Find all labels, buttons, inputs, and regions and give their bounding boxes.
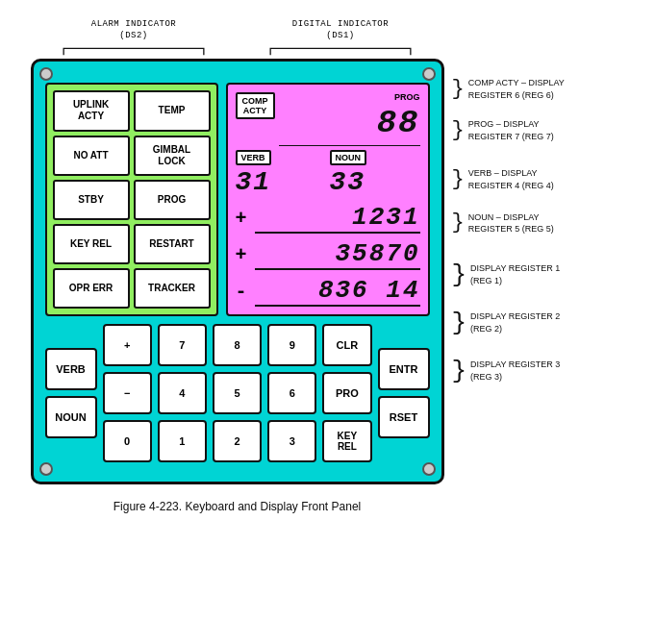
annotation-verb: } VERB – DISPLAYREGISTER 4 (REG 4) [452, 167, 625, 191]
reg2-digits: 35870 [255, 239, 420, 270]
annotation-text-1: COMP ACTY – DISPLAYREGISTER 6 (REG 6) [468, 77, 565, 101]
reg3-row: - 836 14 [236, 276, 420, 307]
keyboard-section: VERB NOUN + 7 8 9 CLR − 4 5 6 PRO 0 1 [45, 324, 430, 462]
annotation-prog: } PROG – DISPLAYREGISTER 7 (REG 7) [452, 118, 625, 142]
reg3-digits: 836 14 [255, 276, 420, 307]
alarm-btn-no-att[interactable]: NO ATT [53, 136, 130, 176]
digital-indicator-label: DIGITAL INDICATOR [254, 19, 427, 31]
annotation-text-5: DISPLAY REGISTER 1(REG 1) [470, 262, 560, 286]
verb-label: VERB [236, 150, 271, 165]
reg1-digits: 1231 [255, 203, 420, 234]
main-key-grid: + 7 8 9 CLR − 4 5 6 PRO 0 1 2 3 KEYREL [103, 324, 372, 462]
annotation-bracket-5: } [452, 262, 467, 287]
reg1-sign: + [236, 208, 251, 230]
alarm-ds-label: (DS2) [47, 31, 220, 42]
figure-caption: Figure 4-223. Keyboard and Display Front… [113, 500, 361, 513]
comp-acty-label: COMPACTY [236, 92, 275, 119]
annotation-comp-acty: } COMP ACTY – DISPLAYREGISTER 6 (REG 6) [452, 77, 625, 101]
right-key-column: ENTR RSET [378, 348, 430, 438]
key-4[interactable]: 4 [158, 372, 207, 414]
pro-key[interactable]: PRO [322, 372, 371, 414]
key-8[interactable]: 8 [213, 324, 262, 366]
alarm-btn-opr-err[interactable]: OPR ERR [53, 268, 130, 309]
screw-top-right [422, 67, 436, 81]
annotation-bracket-2: } [452, 120, 465, 141]
noun-digits: 33 [330, 167, 420, 197]
verb-key[interactable]: VERB [45, 348, 97, 390]
annotation-bracket-3: } [452, 169, 465, 190]
verb-block: VERB 31 [236, 150, 326, 197]
diagram-area: ALARM INDICATOR (DS2) DIGITAL INDICATOR … [0, 19, 655, 513]
annotation-reg2: } DISPLAY REGISTER 2(REG 2) [452, 310, 625, 335]
rset-key[interactable]: RSET [378, 396, 430, 438]
left-key-column: VERB NOUN [45, 348, 97, 438]
annotation-bracket-4: } [452, 212, 465, 234]
alarm-btn-stby[interactable]: STBY [53, 180, 130, 220]
key-2[interactable]: 2 [213, 420, 262, 462]
reg2-row: + 35870 [236, 239, 420, 270]
key-7[interactable]: 7 [158, 324, 207, 366]
reg3-sign: - [236, 281, 251, 303]
key-6[interactable]: 6 [267, 372, 316, 414]
entr-key[interactable]: ENTR [378, 348, 430, 390]
prog-label: PROG [394, 92, 420, 102]
annotation-text-3: VERB – DISPLAYREGISTER 4 (REG 4) [468, 167, 554, 191]
minus-key[interactable]: − [103, 372, 152, 414]
alarm-btn-prog[interactable]: PROG [134, 180, 211, 220]
top-section: UPLINKACTY TEMP NO ATT GIMBALLOCK STBY P… [45, 83, 430, 316]
key-rel-key[interactable]: KEYREL [322, 420, 371, 462]
key-9[interactable]: 9 [267, 324, 316, 366]
screw-top-left [39, 67, 53, 81]
main-panel: UPLINKACTY TEMP NO ATT GIMBALLOCK STBY P… [31, 59, 444, 484]
annotation-noun: } NOUN – DISPLAYREGISTER 5 (REG 5) [452, 211, 625, 235]
annotation-text-7: DISPLAY REGISTER 3(REG 3) [470, 359, 560, 383]
annotation-bracket-6: } [452, 310, 467, 335]
annotation-reg3: } DISPLAY REGISTER 3(REG 3) [452, 359, 625, 384]
plus-key[interactable]: + [103, 324, 152, 366]
digital-ds-label: (DS1) [254, 31, 427, 42]
verb-noun-row: VERB 31 NOUN 33 [236, 150, 420, 197]
right-annotations: } COMP ACTY – DISPLAYREGISTER 6 (REG 6) … [452, 48, 625, 397]
key-1[interactable]: 1 [158, 420, 207, 462]
noun-block: NOUN 33 [330, 150, 420, 197]
annotation-reg1: } DISPLAY REGISTER 1(REG 1) [452, 262, 625, 287]
annotation-text-6: DISPLAY REGISTER 2(REG 2) [470, 310, 560, 334]
annotation-bracket-1: } [452, 79, 465, 100]
alarm-btn-restart[interactable]: RESTART [134, 224, 211, 264]
reg1-row: + 1231 [236, 203, 420, 234]
comp-digits: 88 [279, 102, 420, 146]
annotation-text-2: PROG – DISPLAYREGISTER 7 (REG 7) [468, 118, 554, 142]
alarm-btn-gimbal-lock[interactable]: GIMBALLOCK [134, 136, 211, 176]
digital-panel: COMPACTY PROG 88 VERB 31 NOUN [226, 83, 430, 316]
alarm-bracket [47, 45, 220, 57]
screw-bottom-right [422, 462, 436, 476]
noun-key[interactable]: NOUN [45, 396, 97, 438]
reg2-sign: + [236, 244, 251, 266]
main-panel-wrapper: ALARM INDICATOR (DS2) DIGITAL INDICATOR … [31, 19, 444, 513]
screw-bottom-left [39, 462, 53, 476]
labels-above: ALARM INDICATOR (DS2) DIGITAL INDICATOR … [31, 19, 444, 41]
key-0[interactable]: 0 [103, 420, 152, 462]
annotation-text-4: NOUN – DISPLAYREGISTER 5 (REG 5) [468, 211, 554, 235]
verb-digits: 31 [236, 167, 326, 197]
key-3[interactable]: 3 [267, 420, 316, 462]
alarm-btn-key-rel[interactable]: KEY REL [53, 224, 130, 264]
alarm-btn-uplink-acty[interactable]: UPLINKACTY [53, 90, 130, 131]
clr-key[interactable]: CLR [322, 324, 371, 366]
alarm-panel: UPLINKACTY TEMP NO ATT GIMBALLOCK STBY P… [45, 83, 218, 316]
alarm-btn-temp[interactable]: TEMP [134, 90, 211, 131]
alarm-indicator-label: ALARM INDICATOR [47, 19, 220, 31]
noun-label: NOUN [330, 150, 367, 165]
digital-bracket [254, 45, 427, 57]
alarm-btn-tracker[interactable]: TRACKER [134, 268, 211, 309]
brackets-above [31, 45, 444, 57]
annotation-bracket-7: } [452, 359, 467, 384]
key-5[interactable]: 5 [213, 372, 262, 414]
